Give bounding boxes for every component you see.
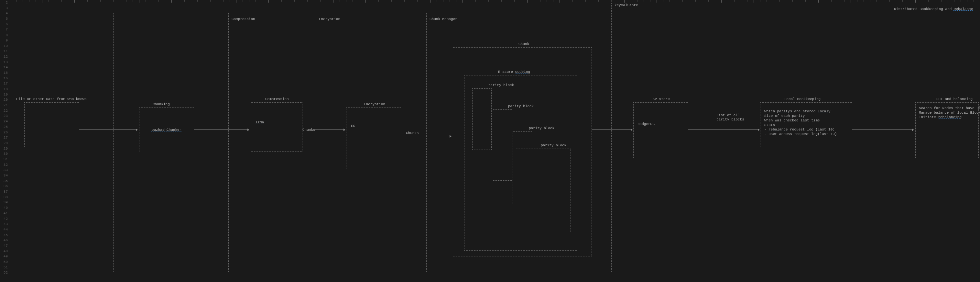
vsep-compression [228, 13, 229, 272]
chunk-box-label: Chunk [519, 42, 529, 46]
compression-box: lzma [251, 102, 302, 152]
arrow-chunk-to-compress [194, 130, 249, 130]
vsep-bookkeeping [891, 7, 891, 271]
column-label-bookkeeping: Distributed Bookkeeping and Rebalance [894, 7, 973, 11]
compression-box-label: Compression [265, 97, 289, 101]
arrow-caption-chunks-1: Chunks [302, 128, 315, 132]
arrow-file-to-chunking [79, 130, 137, 130]
encryption-box-label: Encryption [364, 102, 385, 106]
erasure-label: Erasure codeing [498, 70, 530, 74]
arrow-compress-to-encrypt [314, 130, 345, 130]
column-label-chunk-manager: Chunk Manager [430, 17, 457, 21]
parity-box-1 [472, 88, 492, 150]
chunking-box: buzhashChunker [139, 107, 194, 152]
chunking-impl: buzhashChunker [152, 128, 181, 132]
column-label-compression: Compression [232, 17, 255, 21]
parity-box-4 [516, 149, 571, 232]
parity-label-3: parity block [529, 126, 554, 130]
parity-label-2: parity block [508, 104, 534, 108]
parity-box-2 [493, 109, 512, 181]
dht-box-label: DHT and balancing [936, 97, 972, 101]
column-label-keyvalstore: keyValStore [614, 3, 638, 7]
diagram-canvas: Compression Encryption Chunk Manager key… [10, 0, 980, 282]
arrow-kv-to-localbook [688, 130, 759, 130]
localbook-box: Which paritys are stored localySize of e… [760, 102, 852, 147]
chunking-box-label: Chunking [153, 102, 170, 106]
encryption-box: ES [346, 107, 401, 169]
column-label-encryption: Encryption [319, 17, 340, 21]
localbook-content: Which paritys are stored localySize of e… [763, 104, 850, 141]
arrow-caption-chunks-2: Chunks [406, 131, 419, 135]
dht-box: Search for Nodes that have BlockManage b… [915, 102, 979, 158]
parity-label-4: parity block [541, 143, 566, 147]
kvstore-box: badgerDB [633, 102, 688, 158]
arrow-localbook-to-dht [852, 130, 914, 130]
arrow-caption-parity-list: List of allparity blocks [716, 113, 744, 122]
encryption-impl: ES [351, 124, 355, 128]
file-box [24, 102, 79, 147]
parity-label-1: parity block [488, 83, 514, 87]
kvstore-box-label: KV store [653, 97, 670, 101]
vsep-encryption [316, 13, 316, 272]
dht-content: Search for Nodes that have BlockManage b… [918, 104, 976, 121]
arrow-chunk-to-kv [592, 130, 632, 130]
vsep-keyvalstore [611, 3, 612, 272]
kvstore-impl: badgerDB [638, 122, 655, 126]
line-number-gutter: 2345678910111213141516171819202122232425… [0, 0, 10, 282]
arrow-encrypt-to-chunk [401, 136, 451, 136]
compression-impl: lzma [256, 120, 264, 124]
file-box-label: File or other Data from who knows [16, 97, 87, 101]
localbook-box-label: Local Bookkeeping [784, 97, 821, 101]
